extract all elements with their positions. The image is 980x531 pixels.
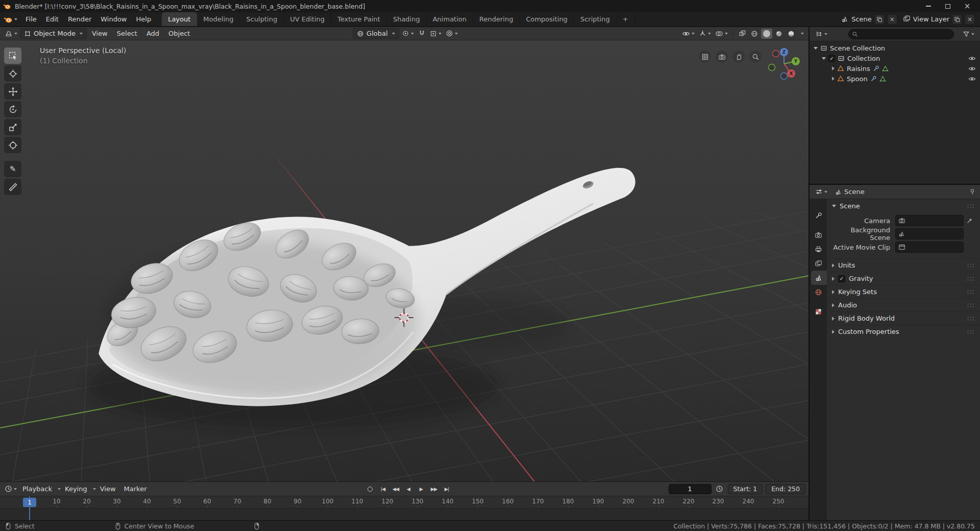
- panel-custom-properties[interactable]: Custom Properties: [827, 325, 980, 338]
- snap-toggle[interactable]: [416, 28, 427, 39]
- eye-icon[interactable]: [968, 55, 976, 62]
- minimize-button[interactable]: [919, 0, 938, 12]
- tab-animation[interactable]: Animation: [427, 12, 473, 26]
- panel-grip[interactable]: [967, 329, 975, 334]
- tab-render[interactable]: [810, 228, 827, 242]
- select-box-tool[interactable]: [4, 47, 21, 64]
- navigation-gizmo[interactable]: Z Y X: [766, 45, 802, 82]
- next-keyframe-button[interactable]: ▶▶: [428, 484, 440, 494]
- menu-playback[interactable]: Playback: [18, 485, 56, 493]
- tab-uv-editing[interactable]: UV Editing: [284, 12, 331, 26]
- menu-object[interactable]: Object: [164, 30, 194, 37]
- scene-selector[interactable]: Scene ×: [839, 14, 899, 25]
- ortho-grid-button[interactable]: [699, 51, 711, 63]
- proportional-editing-dropdown[interactable]: [444, 28, 459, 39]
- maximize-button[interactable]: [938, 0, 958, 12]
- tab-world[interactable]: [810, 285, 827, 299]
- mode-dropdown[interactable]: Object Mode: [20, 28, 87, 39]
- auto-keying-button[interactable]: [364, 484, 376, 494]
- expand-icon[interactable]: [822, 57, 826, 60]
- panel-rigid-body-world[interactable]: Rigid Body World: [827, 311, 980, 325]
- start-frame-field[interactable]: Start: 1: [728, 484, 763, 494]
- panel-keying-sets[interactable]: Keying Sets: [827, 285, 980, 298]
- tab-view-layer[interactable]: [810, 256, 827, 271]
- timeline-editor-type-button[interactable]: [3, 484, 18, 495]
- tab-scripting[interactable]: Scripting: [574, 12, 617, 26]
- use-preview-range-button[interactable]: [714, 484, 725, 495]
- shading-solid-button[interactable]: [761, 29, 772, 39]
- scale-tool[interactable]: [4, 119, 21, 135]
- camera-field[interactable]: [895, 215, 964, 226]
- unlink-scene-button[interactable]: ×: [887, 14, 897, 25]
- tab-output[interactable]: [810, 242, 827, 256]
- panel-grip[interactable]: [967, 204, 975, 208]
- measure-tool[interactable]: [4, 179, 21, 195]
- xray-toggle[interactable]: [737, 28, 748, 39]
- outliner-filter-button[interactable]: [961, 29, 976, 40]
- viewport-3d[interactable]: User Perspective (Local) (1) Collection …: [0, 40, 808, 481]
- remove-view-layer-button[interactable]: ×: [965, 14, 975, 25]
- menu-add[interactable]: Add: [142, 30, 163, 37]
- pan-view-button[interactable]: [732, 51, 745, 63]
- expand-icon[interactable]: [832, 66, 835, 70]
- menu-render[interactable]: Render: [63, 12, 96, 26]
- panel-scene[interactable]: Scene: [827, 199, 980, 212]
- shading-material-button[interactable]: [773, 29, 785, 39]
- outliner-editor-type-button[interactable]: [814, 29, 829, 40]
- movie-clip-field[interactable]: [895, 242, 964, 253]
- eye-icon[interactable]: [968, 65, 976, 73]
- visibility-dropdown[interactable]: [680, 28, 696, 39]
- camera-view-button[interactable]: [716, 51, 728, 63]
- new-view-layer-button[interactable]: [952, 14, 962, 25]
- zoom-view-button[interactable]: [749, 51, 762, 63]
- outliner-row-raisins[interactable]: Raisins: [810, 63, 980, 74]
- collection-checkbox[interactable]: ✓: [828, 55, 835, 62]
- play-button[interactable]: ▶: [415, 484, 427, 494]
- expand-icon[interactable]: [832, 77, 835, 81]
- tab-texture-paint[interactable]: Texture Paint: [331, 12, 387, 26]
- end-frame-field[interactable]: End: 250: [766, 484, 805, 494]
- tab-rendering[interactable]: Rendering: [473, 12, 520, 26]
- jump-to-end-button[interactable]: ▶|: [441, 484, 453, 494]
- panel-audio[interactable]: Audio: [827, 298, 980, 311]
- menu-select[interactable]: Select: [113, 30, 141, 37]
- menu-view[interactable]: View: [88, 30, 112, 37]
- playhead-frame-label[interactable]: 1: [23, 498, 36, 507]
- outliner-search-input[interactable]: [848, 29, 954, 39]
- eye-icon[interactable]: [968, 75, 976, 83]
- rotate-tool[interactable]: [4, 101, 21, 117]
- close-button[interactable]: ×: [958, 0, 977, 12]
- move-tool[interactable]: [4, 83, 21, 100]
- timeline-track-area[interactable]: [0, 509, 808, 520]
- panel-grip[interactable]: [967, 303, 975, 307]
- app-menu-button[interactable]: [0, 12, 21, 26]
- properties-editor-type-button[interactable]: [814, 186, 829, 198]
- shading-wireframe-button[interactable]: [749, 29, 760, 39]
- timeline-ruler[interactable]: 10 20 30 40 50 60 70 80 90 100 110 120 1…: [0, 496, 808, 509]
- viewport-canvas[interactable]: [0, 40, 808, 481]
- annotate-tool[interactable]: ✎: [4, 161, 21, 177]
- menu-help[interactable]: Help: [132, 12, 156, 26]
- gravity-checkbox[interactable]: ✓: [838, 275, 845, 282]
- menu-window[interactable]: Window: [96, 12, 131, 26]
- outliner-row-collection[interactable]: ✓ Collection: [810, 53, 980, 63]
- tab-shading[interactable]: Shading: [387, 12, 427, 26]
- new-scene-button[interactable]: [874, 14, 885, 25]
- menu-file[interactable]: File: [21, 12, 41, 26]
- tab-scene[interactable]: [811, 271, 827, 285]
- panel-grip[interactable]: [967, 316, 975, 321]
- outliner-row-scene-collection[interactable]: Scene Collection: [810, 43, 980, 53]
- shading-rendered-button[interactable]: [786, 29, 797, 39]
- tab-sculpting[interactable]: Sculpting: [240, 12, 284, 26]
- panel-units[interactable]: Units: [827, 258, 980, 272]
- panel-grip[interactable]: [967, 276, 975, 281]
- editor-type-button[interactable]: [3, 28, 19, 39]
- panel-grip[interactable]: [967, 289, 975, 294]
- outliner-row-spoon[interactable]: Spoon: [810, 74, 980, 84]
- view-layer-selector[interactable]: View Layer ×: [901, 14, 977, 25]
- pivot-point-dropdown[interactable]: [400, 28, 415, 39]
- pin-icon[interactable]: [969, 188, 976, 196]
- panel-gravity[interactable]: ✓ Gravity: [827, 272, 980, 285]
- menu-tl-view[interactable]: View: [96, 485, 120, 493]
- gizmo-dropdown[interactable]: [697, 28, 713, 39]
